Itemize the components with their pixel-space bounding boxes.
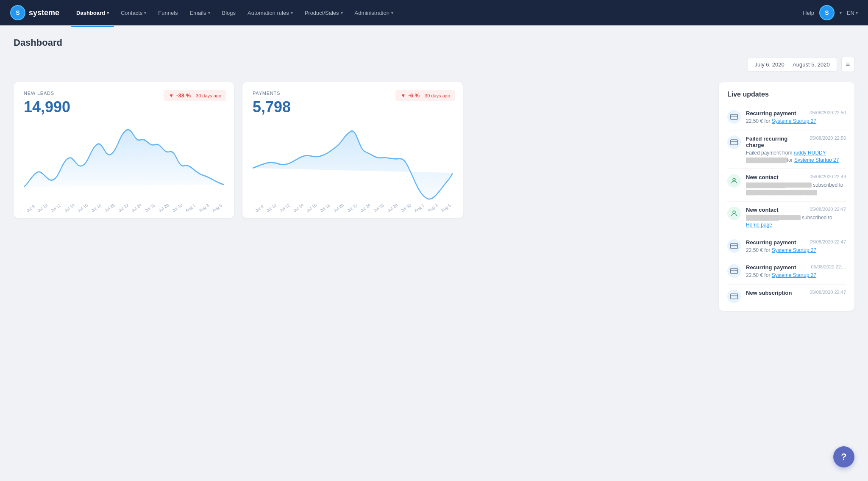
dashboard-layout: NEW LEADS 14,990 ▼ -38 % 30 days ago [14, 82, 854, 311]
svg-point-5 [733, 211, 735, 213]
chevron-down-icon: ▾ [208, 11, 210, 15]
logo-text: systeme [29, 8, 59, 17]
update-item: New contact 05/08/2020 22:49 ███████████… [727, 169, 846, 202]
help-fab-button[interactable]: ? [833, 446, 854, 467]
new-leads-card: NEW LEADS 14,990 ▼ -38 % 30 days ago [14, 82, 234, 218]
nav-item-administration[interactable]: Administration ▾ [350, 6, 398, 19]
update-content: Recurring payment 05/08/2020 22:47 22.50… [746, 239, 846, 254]
payments-x-axis: Jul 8 Jul 10 Jul 12 Jul 14 Jul 16 Jul 18… [253, 209, 453, 214]
chevron-down-icon: ▾ [391, 11, 393, 15]
update-item: Recurring payment 05/08/2020 22:50 22.50… [727, 105, 846, 130]
payment-icon-2 [727, 239, 741, 253]
nav-help-link[interactable]: Help [803, 10, 814, 16]
update-item: Recurring payment 05/08/2020 22:... 22.5… [727, 259, 846, 285]
systeme-startup-link-3[interactable]: Systeme Startup 27 [772, 247, 816, 253]
redacted-email: ████████████@gmail.com [746, 182, 812, 188]
new-leads-badge: ▼ -38 % 30 days ago [164, 90, 226, 101]
update-content: New contact 05/08/2020 22:49 ███████████… [746, 174, 846, 196]
nav-item-emails[interactable]: Emails ▾ [185, 6, 215, 19]
svg-rect-10 [731, 294, 738, 299]
avatar-chevron-icon: ▾ [840, 11, 842, 15]
update-item: New contact 05/08/2020 22:47 ██████████@… [727, 202, 846, 234]
payment-icon [727, 110, 741, 124]
logo[interactable]: S systeme [10, 5, 59, 20]
redacted-email-2: ██████████@yahoo.fr [746, 215, 801, 220]
svg-rect-8 [731, 268, 738, 274]
systeme-startup-link-2[interactable]: Systeme Startup 27 [794, 157, 839, 163]
chevron-down-icon: ▾ [107, 11, 109, 15]
lang-chevron-icon: ▾ [856, 11, 858, 15]
filter-button[interactable]: ≡ [841, 57, 854, 72]
update-item: Recurring payment 05/08/2020 22:47 22.50… [727, 234, 846, 260]
down-arrow-icon: ▼ [401, 93, 406, 99]
new-contact-icon [727, 174, 741, 188]
logo-icon: S [10, 5, 25, 20]
chevron-down-icon: ▾ [144, 11, 146, 15]
down-arrow-icon: ▼ [169, 93, 174, 99]
subscription-icon [727, 290, 741, 303]
top-controls: July 6, 2020 — August 5, 2020 ≡ [14, 57, 854, 72]
systeme-startup-link[interactable]: Systeme Startup 27 [772, 118, 816, 124]
svg-rect-2 [731, 140, 738, 145]
live-updates-panel: Live updates Recurring payment 05/08/202… [719, 82, 854, 311]
svg-rect-0 [731, 114, 738, 119]
navbar: S systeme Dashboard ▾ Contacts ▾ Funnels… [0, 0, 868, 25]
nav-item-automation[interactable]: Automation rules ▾ [242, 6, 298, 19]
date-range-picker[interactable]: July 6, 2020 — August 5, 2020 [748, 58, 837, 72]
payments-chart [253, 121, 453, 206]
update-content: Recurring payment 05/08/2020 22:50 22.50… [746, 110, 846, 125]
home-page-link[interactable]: Home page [746, 222, 772, 228]
language-selector[interactable]: EN ▾ [847, 10, 858, 16]
nav-items: Dashboard ▾ Contacts ▾ Funnels Emails ▾ … [71, 6, 799, 19]
update-content: Failed recurring charge 05/08/2020 22:50… [746, 135, 846, 164]
svg-rect-6 [731, 243, 738, 249]
user-avatar[interactable]: S [819, 5, 835, 20]
svg-point-4 [733, 178, 735, 181]
main-content: Dashboard July 6, 2020 — August 5, 2020 … [0, 25, 868, 323]
nav-item-blogs[interactable]: Blogs [217, 6, 241, 19]
chevron-down-icon: ▾ [341, 11, 343, 15]
new-leads-chart [24, 121, 224, 206]
new-contact-icon-2 [727, 207, 741, 220]
payments-card: PAYMENTS 5,798 ▼ -6 % 30 days ago [242, 82, 463, 218]
failed-payment-icon [727, 135, 741, 149]
update-item: New subscription 05/08/2020 22:47 [727, 285, 846, 308]
redacted-page: ████ █ ████ ███████ ████ [746, 190, 817, 195]
nav-item-contacts[interactable]: Contacts ▾ [116, 6, 151, 19]
update-content: New subscription 05/08/2020 22:47 [746, 290, 846, 303]
update-content: Recurring payment 05/08/2020 22:... 22.5… [746, 264, 846, 279]
filter-icon: ≡ [846, 61, 850, 68]
chevron-down-icon: ▾ [291, 11, 293, 15]
leads-x-axis: Jul 8 Jul 10 Jul 12 Jul 14 Jul 16 Jul 18… [24, 209, 224, 214]
nav-item-dashboard[interactable]: Dashboard ▾ [71, 6, 114, 19]
update-item: Failed recurring charge 05/08/2020 22:50… [727, 130, 846, 169]
payment-icon-3 [727, 264, 741, 278]
nav-right: Help S ▾ EN ▾ [803, 5, 858, 20]
page-title: Dashboard [14, 37, 854, 48]
systeme-startup-link-4[interactable]: Systeme Startup 27 [772, 272, 816, 278]
live-updates-title: Live updates [727, 91, 846, 98]
nav-item-funnels[interactable]: Funnels [153, 6, 183, 19]
payments-badge: ▼ -6 % 30 days ago [395, 90, 455, 101]
ruddy-link[interactable]: ruddy RUDDY [794, 150, 826, 156]
nav-item-product-sales[interactable]: Product/Sales ▾ [300, 6, 348, 19]
charts-section: NEW LEADS 14,990 ▼ -38 % 30 days ago [14, 82, 709, 218]
update-content: New contact 05/08/2020 22:47 ██████████@… [746, 207, 846, 229]
redacted-info: ████████████ [746, 158, 787, 163]
